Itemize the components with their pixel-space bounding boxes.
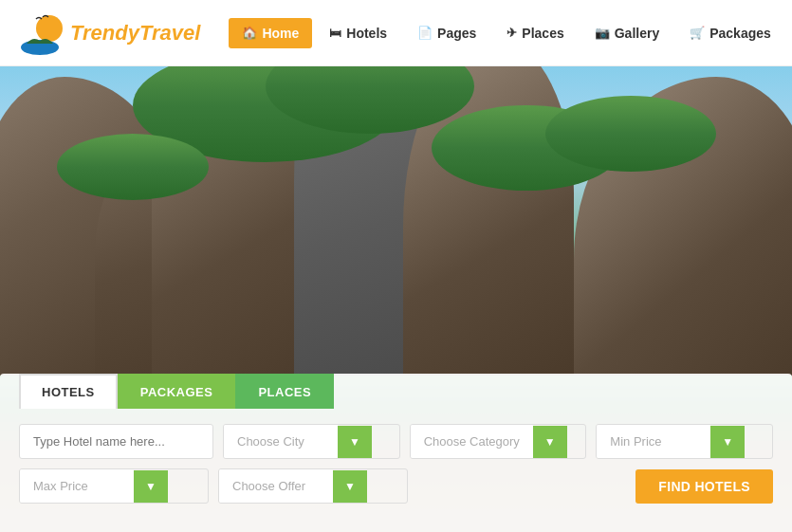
foliage-5 bbox=[545, 96, 716, 172]
city-dropdown[interactable]: Choose City ▼ bbox=[223, 424, 400, 459]
tab-packages[interactable]: PACKAGES bbox=[118, 374, 236, 409]
max-price-dropdown[interactable]: Max Price ▼ bbox=[19, 468, 209, 504]
nav-item-hotels[interactable]: 🛏 Hotels bbox=[316, 18, 400, 48]
tab-places[interactable]: PLACES bbox=[235, 374, 334, 409]
foliage-4 bbox=[57, 134, 209, 200]
offer-dropdown-button[interactable]: ▼ bbox=[333, 470, 367, 503]
places-icon: ✈ bbox=[507, 26, 517, 40]
hotel-name-input[interactable] bbox=[19, 424, 213, 459]
find-hotels-button[interactable]: FIND HOTELS bbox=[635, 469, 773, 504]
offer-dropdown-label: Choose Offer bbox=[219, 469, 333, 503]
search-tabs: HOTELS PACKAGES PLACES bbox=[19, 374, 773, 409]
nav-item-gallery[interactable]: 📷 Gallery bbox=[581, 18, 672, 48]
main-nav: 🏠 Home 🛏 Hotels 📄 Pages ✈ Places 📷 Galle… bbox=[229, 18, 792, 48]
category-chevron-down-icon: ▼ bbox=[544, 435, 556, 449]
logo-text: TrendyTravel bbox=[70, 21, 200, 46]
min-price-dropdown[interactable]: Min Price ▼ bbox=[596, 424, 773, 459]
min-price-dropdown-button[interactable]: ▼ bbox=[710, 426, 745, 458]
pages-icon: 📄 bbox=[417, 26, 433, 40]
search-row-1: Choose City ▼ Choose Category ▼ Min Pric… bbox=[19, 424, 773, 459]
max-price-dropdown-button[interactable]: ▼ bbox=[134, 470, 168, 503]
nav-item-home[interactable]: 🏠 Home bbox=[229, 18, 312, 48]
hotels-icon: 🛏 bbox=[329, 26, 341, 40]
home-icon: 🏠 bbox=[242, 26, 257, 40]
min-price-dropdown-label: Min Price bbox=[597, 425, 710, 458]
max-price-dropdown-label: Max Price bbox=[20, 469, 134, 503]
offer-dropdown[interactable]: Choose Offer ▼ bbox=[218, 468, 408, 504]
tab-hotels[interactable]: HOTELS bbox=[19, 374, 118, 409]
nav-item-pages[interactable]: 📄 Pages bbox=[404, 18, 489, 48]
nav-item-packages[interactable]: 🛒 Packages bbox=[676, 18, 784, 48]
category-dropdown[interactable]: Choose Category ▼ bbox=[410, 424, 587, 459]
city-dropdown-label: Choose City bbox=[224, 425, 338, 458]
max-price-chevron-down-icon: ▼ bbox=[145, 480, 157, 493]
min-price-chevron-down-icon: ▼ bbox=[722, 435, 733, 449]
logo: TrendyTravel bbox=[19, 8, 200, 59]
city-dropdown-button[interactable]: ▼ bbox=[338, 426, 372, 458]
header: TrendyTravel 🏠 Home 🛏 Hotels 📄 Pages ✈ P… bbox=[0, 0, 792, 66]
hero: HOTELS PACKAGES PLACES Choose City ▼ Cho… bbox=[0, 66, 792, 532]
gallery-icon: 📷 bbox=[595, 26, 610, 40]
category-dropdown-label: Choose Category bbox=[411, 425, 533, 458]
nav-item-places[interactable]: ✈ Places bbox=[493, 18, 577, 48]
logo-icon bbox=[19, 8, 70, 59]
svg-point-0 bbox=[36, 15, 63, 42]
search-box: HOTELS PACKAGES PLACES Choose City ▼ Cho… bbox=[0, 374, 792, 532]
city-chevron-down-icon: ▼ bbox=[349, 435, 360, 449]
nav-item-blog[interactable]: ✏ Blog bbox=[788, 18, 792, 48]
offer-chevron-down-icon: ▼ bbox=[344, 480, 356, 493]
category-dropdown-button[interactable]: ▼ bbox=[533, 426, 567, 458]
search-row-2: Max Price ▼ Choose Offer ▼ FIND HOTELS bbox=[19, 468, 773, 504]
packages-icon: 🛒 bbox=[690, 26, 705, 40]
